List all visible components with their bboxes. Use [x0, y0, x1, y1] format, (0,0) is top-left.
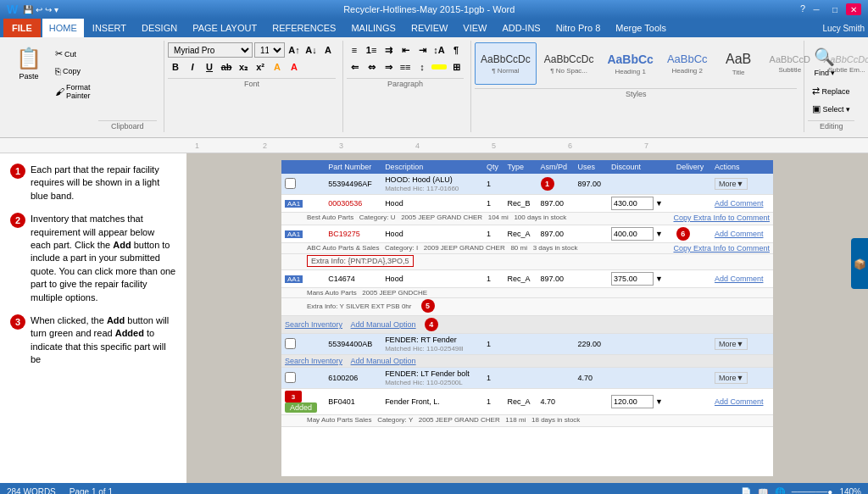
style-heading1[interactable]: AaBbCc Heading 1: [601, 42, 659, 85]
bullets-btn[interactable]: ≡: [347, 42, 362, 58]
part-id-BC19275: BC19275: [325, 225, 381, 243]
style-nospace[interactable]: AaBbCcDc ¶ No Spac...: [538, 42, 600, 85]
ribbon-main: 📋 Paste ✂ Cut ⎘ Copy 🖌 Format Painter Cl…: [3, 39, 865, 134]
increase-indent-btn[interactable]: ⇥: [415, 42, 430, 58]
font-name-select[interactable]: Myriad Pro: [168, 42, 253, 58]
find-btn[interactable]: 🔍 Find ▾: [808, 42, 841, 81]
more-btn-2[interactable]: More▼: [715, 338, 748, 350]
sort-btn[interactable]: ↕A: [431, 42, 447, 58]
copy-extra-link-2[interactable]: Copy Extra Info to Comment: [673, 244, 770, 253]
dropbox-panel[interactable]: 📦: [851, 238, 868, 289]
bold-btn[interactable]: B: [168, 59, 183, 75]
style-heading2-label: Heading 2: [672, 67, 703, 75]
superscript-btn[interactable]: x²: [253, 59, 268, 75]
search-inventory-link-1[interactable]: Search Inventory: [285, 320, 342, 329]
format-painter-button[interactable]: 🖌 Format Painter: [51, 80, 95, 103]
insert-menu[interactable]: INSERT: [86, 19, 133, 37]
italic-btn[interactable]: I: [185, 59, 200, 75]
align-right-btn[interactable]: ⇒: [381, 59, 396, 75]
dropdown-arrow-3[interactable]: ▼: [655, 275, 663, 283]
nitro-menu[interactable]: Nitro Pro 8: [549, 19, 608, 37]
paste-button[interactable]: 📋 Paste: [10, 42, 47, 85]
addins-menu[interactable]: ADD-INS: [495, 19, 547, 37]
layout-view-btn[interactable]: 📄: [741, 487, 751, 495]
copy-button[interactable]: ⎘ Copy: [51, 64, 95, 79]
add-manual-option-link-1[interactable]: Add Manual Option: [351, 320, 416, 329]
align-center-btn[interactable]: ⇔: [364, 59, 379, 75]
cut-button[interactable]: ✂ Cut: [51, 46, 95, 62]
borders-btn[interactable]: ⊞: [448, 59, 464, 75]
decrease-indent-btn[interactable]: ⇤: [398, 42, 413, 58]
part-qty: 1: [483, 174, 504, 195]
shrink-font-btn[interactable]: A↓: [303, 42, 319, 58]
justify-btn[interactable]: ≡≡: [398, 59, 413, 75]
row-check[interactable]: [285, 178, 296, 189]
quick-access: 💾 ↩ ↪ ▾: [23, 5, 58, 14]
dropdown-arrow[interactable]: ▼: [655, 199, 663, 208]
help-btn[interactable]: ?: [800, 3, 805, 15]
strikethrough-btn[interactable]: ab: [219, 59, 234, 75]
maximize-btn[interactable]: □: [827, 3, 843, 15]
read-view-btn[interactable]: 📖: [758, 487, 768, 495]
numbering-btn[interactable]: 1≡: [364, 42, 379, 58]
zoom-slider[interactable]: ──────●: [792, 487, 833, 495]
clear-format-btn[interactable]: A: [320, 42, 336, 58]
aa-label-1: AA1: [285, 200, 303, 208]
replace-btn[interactable]: ⇄ Replace: [808, 83, 854, 99]
review-menu[interactable]: REVIEW: [404, 19, 454, 37]
font-size-select[interactable]: 11: [254, 42, 285, 58]
badge-1: 1: [541, 177, 554, 191]
multilevel-btn[interactable]: ⇉: [381, 42, 396, 58]
font-color-btn[interactable]: A: [287, 59, 302, 75]
price-input-2[interactable]: [611, 227, 654, 241]
align-left-btn[interactable]: ⇐: [347, 59, 362, 75]
file-menu[interactable]: FILE: [3, 19, 41, 37]
add-comment-btn-3[interactable]: Add Comment: [715, 275, 764, 283]
col-check: [281, 160, 325, 174]
subscript-btn[interactable]: x₂: [236, 59, 251, 75]
price-input-1[interactable]: [611, 197, 654, 210]
annotation-num-1: 1: [10, 164, 25, 179]
row-check-3[interactable]: [285, 372, 296, 383]
web-view-btn[interactable]: 🌐: [775, 487, 785, 495]
added-btn[interactable]: Added: [285, 402, 317, 413]
style-normal[interactable]: AaBbCcDc ¶ Normal: [475, 42, 537, 85]
highlight-btn[interactable]: A: [270, 59, 285, 75]
copy-extra-link-1[interactable]: Copy Extra Info to Comment: [673, 214, 770, 222]
style-normal-preview: AaBbCcDc: [481, 53, 531, 65]
underline-btn[interactable]: U: [202, 59, 217, 75]
dropdown-arrow-4[interactable]: ▼: [655, 397, 663, 406]
dropdown-arrow-2[interactable]: ▼: [655, 230, 663, 238]
styles-group: AaBbCcDc ¶ Normal AaBbCcDc ¶ No Spac... …: [471, 41, 804, 132]
add-manual-option-link-2[interactable]: Add Manual Option: [351, 357, 416, 365]
references-menu[interactable]: REFERENCES: [265, 19, 342, 37]
shading-btn[interactable]: [431, 64, 447, 69]
format-painter-icon: 🖌: [55, 86, 64, 97]
close-btn[interactable]: ✕: [846, 3, 861, 15]
add-comment-btn-4[interactable]: Add Comment: [715, 397, 764, 406]
design-menu[interactable]: DESIGN: [135, 19, 184, 37]
line-spacing-btn[interactable]: ↕: [415, 59, 430, 75]
mailings-menu[interactable]: MAILINGS: [344, 19, 403, 37]
annotation-3: 3 When clicked, the Add button will turn…: [10, 314, 176, 367]
show-para-btn[interactable]: ¶: [448, 42, 464, 58]
add-comment-btn-2[interactable]: Add Comment: [715, 230, 764, 238]
row-check-2[interactable]: [285, 338, 296, 349]
price-input-4[interactable]: [611, 395, 654, 408]
minimize-btn[interactable]: ─: [809, 3, 824, 15]
grow-font-btn[interactable]: A↑: [287, 42, 302, 58]
merge-menu[interactable]: Merge Tools: [609, 19, 673, 37]
style-heading2[interactable]: AaBbCc Heading 2: [661, 42, 714, 85]
view-menu[interactable]: VIEW: [456, 19, 493, 37]
more-btn-1[interactable]: More▼: [715, 178, 748, 190]
add-comment-btn-1[interactable]: Add Comment: [715, 199, 764, 208]
app-icon: W: [7, 3, 18, 16]
style-title[interactable]: AaB Title: [715, 42, 762, 85]
search-inventory-link-2[interactable]: Search Inventory: [285, 357, 342, 365]
part-id-BF0401: BF0401: [325, 389, 381, 415]
home-menu[interactable]: HOME: [42, 19, 84, 37]
more-btn-3[interactable]: More▼: [715, 372, 748, 384]
select-btn[interactable]: ▣ Select ▾: [808, 101, 854, 117]
price-input-3[interactable]: [611, 272, 654, 286]
page-layout-menu[interactable]: PAGE LAYOUT: [186, 19, 264, 37]
